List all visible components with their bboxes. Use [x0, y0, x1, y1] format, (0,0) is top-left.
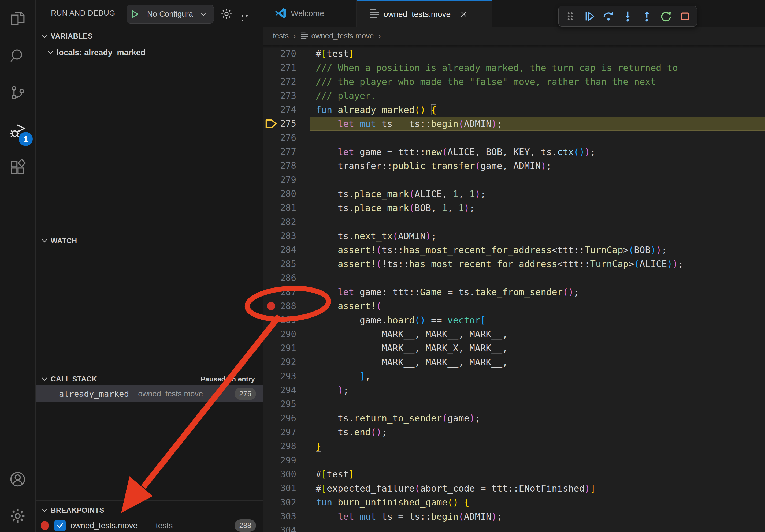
- code-line-296[interactable]: 296 ts.return_to_sender(game);: [264, 411, 765, 425]
- line-number[interactable]: 279: [279, 175, 296, 185]
- breakpoint-list-item[interactable]: owned_tests.move tests 288: [36, 519, 264, 532]
- line-number[interactable]: 304: [279, 525, 296, 532]
- breadcrumb-file[interactable]: owned_tests.move: [311, 32, 374, 40]
- breakpoint-glyph[interactable]: [264, 302, 279, 310]
- line-number[interactable]: 275: [279, 119, 296, 129]
- tab-owned-tests-move[interactable]: owned_tests.move: [357, 0, 492, 27]
- line-number[interactable]: 293: [279, 371, 296, 382]
- search-icon[interactable]: [0, 40, 35, 72]
- code-line-282[interactable]: 282: [264, 215, 765, 229]
- line-number[interactable]: 273: [279, 91, 296, 101]
- line-number[interactable]: 280: [279, 188, 296, 199]
- line-number[interactable]: 298: [279, 441, 296, 451]
- line-number[interactable]: 302: [279, 497, 296, 508]
- line-number[interactable]: 282: [279, 217, 296, 227]
- code-line-301[interactable]: 301#[expected_failure(abort_code = ttt::…: [264, 481, 765, 495]
- code-line-276[interactable]: 276: [264, 131, 765, 145]
- line-number[interactable]: 296: [279, 413, 296, 423]
- line-number[interactable]: 287: [279, 287, 296, 297]
- line-number[interactable]: 274: [279, 105, 296, 115]
- current-line-glyph[interactable]: [264, 119, 279, 129]
- code-line-292[interactable]: 292 MARK__, MARK__, MARK__,: [264, 355, 765, 369]
- code-line-297[interactable]: 297 ts.end();: [264, 425, 765, 439]
- code-line-298[interactable]: 298}: [264, 439, 765, 453]
- tab-welcome[interactable]: Welcome: [264, 0, 357, 27]
- line-number[interactable]: 270: [279, 49, 296, 59]
- call-stack-frame-row[interactable]: already_marked owned_tests.move 275: [36, 385, 264, 402]
- line-number[interactable]: 291: [279, 343, 296, 353]
- breadcrumb-symbol[interactable]: ...: [385, 32, 391, 40]
- extensions-icon[interactable]: [0, 151, 35, 184]
- code-line-271[interactable]: 271/// When a position is already marked…: [264, 61, 765, 75]
- code-line-295[interactable]: 295: [264, 397, 765, 411]
- code-line-304[interactable]: 304: [264, 523, 765, 532]
- code-line-278[interactable]: 278 transfer::public_transfer(game, ADMI…: [264, 159, 765, 173]
- step-out-button[interactable]: [639, 9, 654, 24]
- line-number[interactable]: 284: [279, 245, 296, 255]
- code-line-274[interactable]: 274fun already_marked() {: [264, 103, 765, 117]
- line-number[interactable]: 294: [279, 385, 296, 396]
- explorer-icon[interactable]: [0, 2, 35, 35]
- code-line-303[interactable]: 303 let mut ts = ts::begin(ADMIN);: [264, 509, 765, 523]
- line-number[interactable]: 278: [279, 160, 296, 171]
- code-line-280[interactable]: 280 ts.place_mark(ALICE, 1, 1);: [264, 187, 765, 201]
- code-line-279[interactable]: 279: [264, 173, 765, 187]
- line-number[interactable]: 276: [279, 133, 296, 143]
- line-number[interactable]: 288: [279, 301, 296, 311]
- breadcrumb-tests[interactable]: tests: [273, 32, 289, 40]
- code-line-285[interactable]: 285 assert!(!ts::has_most_recent_for_add…: [264, 257, 765, 271]
- account-icon[interactable]: [0, 463, 35, 495]
- line-number[interactable]: 297: [279, 427, 296, 437]
- line-number[interactable]: 292: [279, 357, 296, 367]
- code-line-288[interactable]: 288 assert!(: [264, 299, 765, 313]
- code-line-275[interactable]: 275 let mut ts = ts::begin(ADMIN);: [264, 117, 765, 131]
- code-line-302[interactable]: 302fun burn_unfinished_game() {: [264, 495, 765, 509]
- code-line-283[interactable]: 283 ts.next_tx(ADMIN);: [264, 229, 765, 243]
- step-over-button[interactable]: [601, 9, 616, 24]
- code-line-270[interactable]: 270#[test]: [264, 47, 765, 61]
- continue-button[interactable]: [582, 9, 597, 24]
- close-icon[interactable]: [460, 10, 468, 18]
- more-actions-icon[interactable]: [242, 13, 253, 15]
- drag-handle-icon[interactable]: [563, 9, 578, 24]
- line-number[interactable]: 285: [279, 259, 296, 269]
- line-number[interactable]: 286: [279, 273, 296, 283]
- code-line-290[interactable]: 290 MARK__, MARK__, MARK__,: [264, 327, 765, 341]
- line-number[interactable]: 295: [279, 399, 296, 409]
- launch-configuration-dropdown[interactable]: No Configura: [127, 5, 214, 24]
- code-line-291[interactable]: 291 MARK__, MARK_X, MARK__,: [264, 341, 765, 355]
- line-number[interactable]: 289: [279, 315, 296, 325]
- line-number[interactable]: 299: [279, 455, 296, 465]
- step-into-button[interactable]: [620, 9, 635, 24]
- line-number[interactable]: 283: [279, 231, 296, 241]
- code-editor[interactable]: 270#[test]271/// When a position is alre…: [264, 45, 765, 532]
- variables-locals-scope[interactable]: locals: already_marked: [36, 46, 264, 60]
- line-number[interactable]: 272: [279, 76, 296, 87]
- line-number[interactable]: 271: [279, 62, 296, 73]
- code-line-286[interactable]: 286: [264, 271, 765, 285]
- stop-button[interactable]: [678, 9, 693, 24]
- code-line-272[interactable]: 272/// the player who made the "false" m…: [264, 75, 765, 89]
- line-number[interactable]: 277: [279, 146, 296, 157]
- variables-section-header[interactable]: VARIABLES: [36, 30, 264, 42]
- breakpoints-section-header[interactable]: BREAKPOINTS: [36, 504, 264, 516]
- line-number[interactable]: 301: [279, 483, 296, 493]
- code-line-299[interactable]: 299: [264, 453, 765, 467]
- line-number[interactable]: 303: [279, 511, 296, 522]
- code-line-277[interactable]: 277 let game = ttt::new(ALICE, BOB, KEY,…: [264, 145, 765, 158]
- source-control-icon[interactable]: [0, 77, 35, 109]
- debug-settings-gear-icon[interactable]: [220, 8, 233, 20]
- code-line-273[interactable]: 273/// player.: [264, 89, 765, 103]
- watch-section-header[interactable]: WATCH: [36, 235, 264, 247]
- code-line-293[interactable]: 293 ],: [264, 369, 765, 383]
- line-number[interactable]: 300: [279, 469, 296, 479]
- code-line-281[interactable]: 281 ts.place_mark(BOB, 1, 1);: [264, 201, 765, 215]
- settings-gear-icon[interactable]: [0, 500, 35, 532]
- restart-button[interactable]: [658, 9, 673, 24]
- code-line-284[interactable]: 284 assert!(ts::has_most_recent_for_addr…: [264, 243, 765, 257]
- code-line-287[interactable]: 287 let game: ttt::Game = ts.take_from_s…: [264, 285, 765, 299]
- code-line-294[interactable]: 294 );: [264, 383, 765, 397]
- line-number[interactable]: 290: [279, 329, 296, 339]
- line-number[interactable]: 281: [279, 202, 296, 213]
- start-debug-icon[interactable]: [127, 5, 143, 23]
